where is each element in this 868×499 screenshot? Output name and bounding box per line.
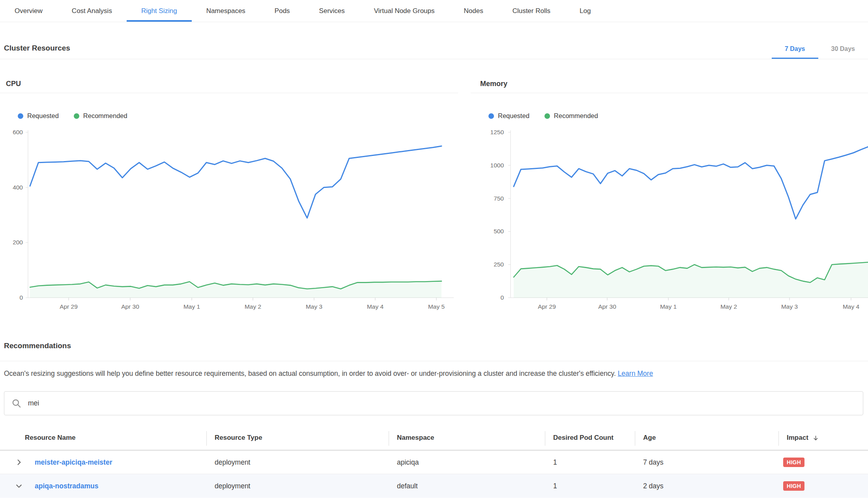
svg-text:0: 0 (19, 294, 23, 301)
svg-text:750: 750 (494, 195, 504, 202)
svg-text:May 1: May 1 (183, 303, 200, 310)
table-header-row: Resource Name Resource Type Namespace De… (0, 426, 868, 451)
resource-search-box (4, 391, 863, 415)
cell-namespace: apiciqa (389, 458, 545, 467)
tab-services[interactable]: Services (305, 0, 359, 22)
svg-text:May 4: May 4 (843, 303, 860, 310)
cell-resource-name: meister-apiciqa-meister (0, 458, 206, 467)
recommended-dot-icon (74, 113, 79, 119)
svg-text:Apr 30: Apr 30 (598, 303, 616, 310)
col-header-impact[interactable]: Impact (778, 426, 868, 450)
tab-virtual-node-groups[interactable]: Virtual Node Groups (359, 0, 449, 22)
svg-text:200: 200 (13, 239, 23, 246)
svg-text:500: 500 (494, 228, 504, 234)
memory-chart-legend: Requested Recommended (488, 112, 598, 120)
cpu-chart-section: CPU Requested Recommended 6004002000Apr … (0, 77, 458, 318)
svg-text:1250: 1250 (490, 129, 504, 135)
learn-more-link[interactable]: Learn More (618, 370, 653, 377)
svg-text:May 5: May 5 (428, 303, 445, 310)
recommendations-description-text: Ocean's resizing suggestions will help y… (4, 370, 616, 377)
tab-overview[interactable]: Overview (0, 0, 57, 22)
search-icon (11, 398, 22, 409)
search-input[interactable] (27, 399, 856, 408)
col-header-namespace[interactable]: Namespace (389, 426, 545, 450)
tab-nodes[interactable]: Nodes (449, 0, 498, 22)
svg-text:Apr 29: Apr 29 (538, 303, 556, 310)
svg-text:0: 0 (500, 294, 504, 301)
tab-log[interactable]: Log (565, 0, 605, 22)
col-header-resource-name[interactable]: Resource Name (0, 426, 206, 450)
col-header-desired-pod-count[interactable]: Desired Pod Count (545, 426, 635, 450)
legend-label: Requested (498, 112, 529, 120)
requested-dot-icon (488, 113, 494, 119)
legend-item-requested: Requested (488, 112, 529, 120)
memory-chart-title: Memory (471, 77, 868, 93)
chevron-down-icon[interactable] (15, 482, 23, 490)
cpu-line-chart: 6004002000Apr 29Apr 30May 1May 2May 3May… (0, 128, 458, 316)
cpu-chart-legend: Requested Recommended (18, 112, 127, 120)
impact-badge: HIGH (783, 458, 804, 467)
cell-age: 7 days (635, 458, 778, 467)
svg-text:1000: 1000 (490, 162, 504, 169)
tab-cluster-rolls[interactable]: Cluster Rolls (498, 0, 565, 22)
range-7-days[interactable]: 7 Days (772, 45, 818, 59)
memory-line-chart: 125010007505002500Apr 29Apr 30May 1May 2… (471, 128, 868, 316)
table-row[interactable]: meister-apiciqa-meister deployment apici… (0, 451, 868, 474)
legend-item-recommended: Recommended (544, 112, 598, 120)
legend-item-requested: Requested (18, 112, 59, 120)
resource-name-link[interactable]: meister-apiciqa-meister (35, 458, 112, 467)
cpu-chart-title: CPU (0, 77, 458, 93)
legend-item-recommended: Recommended (74, 112, 127, 120)
svg-text:May 2: May 2 (245, 303, 261, 310)
svg-text:250: 250 (494, 261, 504, 268)
svg-text:May 3: May 3 (306, 303, 322, 310)
cell-desired-pod-count: 1 (545, 458, 635, 467)
legend-label: Recommended (83, 112, 127, 120)
recommendations-title: Recommendations (0, 335, 868, 361)
tab-cost-analysis[interactable]: Cost Analysis (57, 0, 127, 22)
svg-text:Apr 29: Apr 29 (60, 303, 78, 310)
col-header-impact-label: Impact (787, 434, 808, 442)
svg-text:May 3: May 3 (781, 303, 798, 310)
recommendations-description: Ocean's resizing suggestions will help y… (4, 369, 864, 379)
cell-age: 2 days (635, 482, 778, 490)
svg-text:400: 400 (13, 184, 23, 191)
svg-text:600: 600 (13, 129, 23, 135)
col-header-age[interactable]: Age (635, 426, 778, 450)
resource-name-link[interactable]: apiqa-nostradamus (35, 482, 98, 490)
cell-impact: HIGH (778, 481, 868, 491)
cell-resource-type: deployment (206, 458, 389, 467)
svg-text:Apr 30: Apr 30 (121, 303, 139, 310)
svg-text:May 4: May 4 (367, 303, 384, 310)
cell-namespace: default (389, 482, 545, 490)
tab-right-sizing[interactable]: Right Sizing (127, 0, 192, 22)
svg-text:May 1: May 1 (660, 303, 677, 310)
range-30-days[interactable]: 30 Days (818, 45, 868, 59)
cluster-resources-title: Cluster Resources (0, 44, 70, 59)
cluster-resources-header: Cluster Resources 7 Days 30 Days (0, 22, 868, 59)
time-range-toggle: 7 Days 30 Days (772, 45, 868, 59)
legend-label: Recommended (554, 112, 598, 120)
table-row[interactable]: apiqa-nostradamus deployment default 1 2… (0, 474, 868, 498)
sort-descending-icon[interactable] (812, 435, 819, 441)
tab-namespaces[interactable]: Namespaces (192, 0, 260, 22)
tab-pods[interactable]: Pods (260, 0, 305, 22)
cell-impact: HIGH (778, 458, 868, 467)
legend-label: Requested (27, 112, 59, 120)
main-tab-bar: Overview Cost Analysis Right Sizing Name… (0, 0, 868, 22)
chevron-right-icon[interactable] (15, 458, 23, 466)
recommended-dot-icon (544, 113, 550, 119)
svg-text:May 2: May 2 (720, 303, 737, 310)
impact-badge: HIGH (783, 481, 804, 491)
cell-resource-name: apiqa-nostradamus (0, 482, 206, 490)
cell-resource-type: deployment (206, 482, 389, 490)
col-header-resource-type[interactable]: Resource Type (206, 426, 389, 450)
recommendations-table: Resource Name Resource Type Namespace De… (0, 426, 868, 498)
requested-dot-icon (18, 113, 23, 119)
cell-desired-pod-count: 1 (545, 482, 635, 490)
memory-chart-section: Memory Requested Recommended 12501000750… (471, 77, 868, 318)
